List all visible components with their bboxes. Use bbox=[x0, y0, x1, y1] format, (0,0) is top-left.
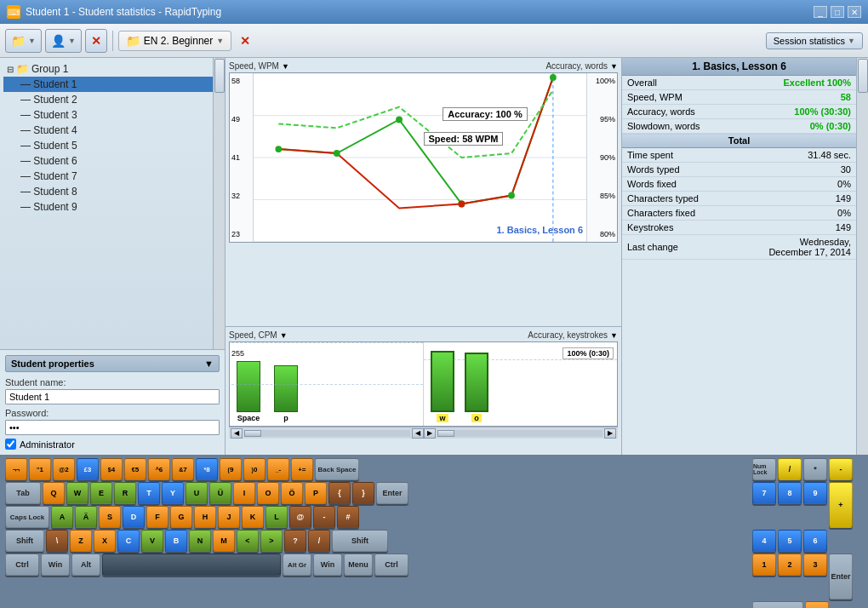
speed-wpm-label[interactable]: Speed, WPM ▼ bbox=[229, 61, 289, 71]
key-backspace[interactable]: Back Space bbox=[315, 458, 359, 480]
key-p[interactable]: P bbox=[305, 482, 327, 504]
key-num-3[interactable]: 3 bbox=[803, 554, 827, 576]
admin-checkbox[interactable] bbox=[5, 439, 16, 450]
tree-student-3[interactable]: — Student 3 bbox=[3, 107, 221, 123]
key-capslock[interactable]: Caps Lock bbox=[5, 506, 49, 528]
key-num-7[interactable]: 7 bbox=[752, 482, 776, 504]
key-backtick[interactable]: ¬¬ bbox=[5, 458, 27, 480]
key-5[interactable]: €5 bbox=[124, 458, 146, 480]
lesson-close-button[interactable]: ✕ bbox=[235, 29, 255, 53]
key-semicolon[interactable]: @ bbox=[289, 506, 311, 528]
password-input[interactable] bbox=[5, 420, 220, 435]
key-d[interactable]: D bbox=[123, 506, 145, 528]
key-z[interactable]: Z bbox=[70, 530, 92, 552]
open-folder-button[interactable]: 📁 ▼ bbox=[5, 29, 42, 53]
props-header[interactable]: Student properties ▼ bbox=[5, 355, 220, 372]
key-g[interactable]: G bbox=[170, 506, 192, 528]
key-a[interactable]: A bbox=[51, 506, 73, 528]
key-6[interactable]: ^6 bbox=[148, 458, 170, 480]
key-s[interactable]: S bbox=[99, 506, 121, 528]
key-rbracket[interactable]: } bbox=[352, 482, 374, 504]
key-a-umlaut[interactable]: Ä bbox=[75, 506, 97, 528]
key-u-umlaut[interactable]: Ü bbox=[209, 482, 231, 504]
scroll-mid-btn[interactable]: ◀ bbox=[412, 428, 424, 439]
key-lbracket[interactable]: { bbox=[328, 482, 351, 504]
key-num-4[interactable]: 4 bbox=[752, 530, 776, 552]
key-b[interactable]: B bbox=[165, 530, 187, 552]
session-stats-button[interactable]: Session statistics ▼ bbox=[766, 32, 863, 49]
key-comma[interactable]: < bbox=[237, 530, 259, 552]
key-space[interactable] bbox=[102, 554, 281, 576]
key-minus[interactable]: _- bbox=[267, 458, 289, 480]
key-hash[interactable]: # bbox=[337, 506, 359, 528]
key-o-umlaut[interactable]: Ö bbox=[281, 482, 303, 504]
key-enter[interactable]: Enter bbox=[376, 482, 408, 504]
key-num-minus[interactable]: - bbox=[829, 458, 853, 480]
key-9[interactable]: (9 bbox=[220, 458, 242, 480]
key-u[interactable]: U bbox=[186, 482, 208, 504]
tree-scroll-thumb[interactable] bbox=[214, 59, 225, 93]
key-alt-left[interactable]: Alt bbox=[71, 554, 100, 576]
key-num-5[interactable]: 5 bbox=[778, 530, 802, 552]
key-q[interactable]: Q bbox=[43, 482, 65, 504]
tree-student-5[interactable]: — Student 5 bbox=[3, 138, 221, 153]
key-k[interactable]: K bbox=[242, 506, 264, 528]
key-num-slash[interactable]: / bbox=[778, 458, 802, 480]
key-m[interactable]: M bbox=[213, 530, 235, 552]
key-y[interactable]: Y bbox=[162, 482, 184, 504]
scroll-thumb-right[interactable] bbox=[437, 430, 454, 437]
bottom-chart-scrollbar[interactable]: ◀ ◀ ▶ ▶ bbox=[229, 427, 618, 439]
scroll-mid-btn2[interactable]: ▶ bbox=[424, 428, 436, 439]
key-r[interactable]: R bbox=[114, 482, 136, 504]
key-num-1[interactable]: 1 bbox=[752, 554, 776, 576]
scroll-thumb-left[interactable] bbox=[244, 430, 261, 437]
key-ctrl-right[interactable]: Ctrl bbox=[374, 554, 408, 576]
key-num-6[interactable]: 6 bbox=[803, 530, 827, 552]
key-l[interactable]: L bbox=[266, 506, 288, 528]
key-x[interactable]: X bbox=[94, 530, 116, 552]
key-3[interactable]: £3 bbox=[77, 458, 99, 480]
key-tab[interactable]: Tab bbox=[5, 482, 41, 504]
key-f[interactable]: F bbox=[146, 506, 168, 528]
scroll-right-btn[interactable]: ▶ bbox=[604, 428, 616, 439]
key-slash[interactable]: ? bbox=[284, 530, 306, 552]
key-num-0[interactable]: 0 bbox=[752, 601, 803, 608]
key-num-9[interactable]: 9 bbox=[803, 482, 827, 504]
key-period[interactable]: > bbox=[260, 530, 283, 552]
tree-student-8[interactable]: — Student 8 bbox=[3, 184, 221, 199]
key-num-star[interactable]: * bbox=[803, 458, 827, 480]
key-n[interactable]: N bbox=[189, 530, 211, 552]
key-e[interactable]: E bbox=[90, 482, 112, 504]
key-menu[interactable]: Menu bbox=[344, 554, 373, 576]
tree-student-6[interactable]: — Student 6 bbox=[3, 153, 221, 169]
key-rslash[interactable]: / bbox=[308, 530, 330, 552]
key-num-8[interactable]: 8 bbox=[778, 482, 802, 504]
key-j[interactable]: J bbox=[218, 506, 240, 528]
key-quote[interactable]: - bbox=[313, 506, 335, 528]
key-altgr[interactable]: Alt Gr bbox=[283, 554, 311, 576]
key-equals[interactable]: += bbox=[291, 458, 313, 480]
key-win-left[interactable]: Win bbox=[41, 554, 70, 576]
key-2[interactable]: @2 bbox=[53, 458, 75, 480]
tree-student-9[interactable]: — Student 9 bbox=[3, 199, 221, 215]
key-v[interactable]: V bbox=[141, 530, 163, 552]
close-button[interactable]: ✕ bbox=[848, 6, 861, 18]
lesson-selector[interactable]: 📁 EN 2. Beginner ▼ bbox=[118, 31, 231, 51]
key-num-plus[interactable]: + bbox=[829, 482, 853, 528]
key-t[interactable]: T bbox=[138, 482, 160, 504]
key-win-right[interactable]: Win bbox=[313, 554, 342, 576]
scroll-track-left[interactable] bbox=[244, 430, 410, 437]
key-7[interactable]: &7 bbox=[172, 458, 194, 480]
tree-scrollbar[interactable] bbox=[213, 58, 225, 349]
key-0[interactable]: )0 bbox=[243, 458, 266, 480]
maximize-button[interactable]: □ bbox=[831, 6, 844, 18]
scroll-left-btn[interactable]: ◀ bbox=[231, 428, 243, 439]
key-8[interactable]: *8 bbox=[196, 458, 218, 480]
tree-student-2[interactable]: — Student 2 bbox=[3, 92, 221, 107]
key-1[interactable]: "1 bbox=[29, 458, 51, 480]
minimize-button[interactable]: _ bbox=[814, 6, 827, 18]
key-i[interactable]: I bbox=[233, 482, 255, 504]
title-bar-controls[interactable]: _ □ ✕ bbox=[814, 6, 861, 18]
delete-button[interactable]: ✕ bbox=[85, 29, 107, 53]
key-h[interactable]: H bbox=[194, 506, 216, 528]
